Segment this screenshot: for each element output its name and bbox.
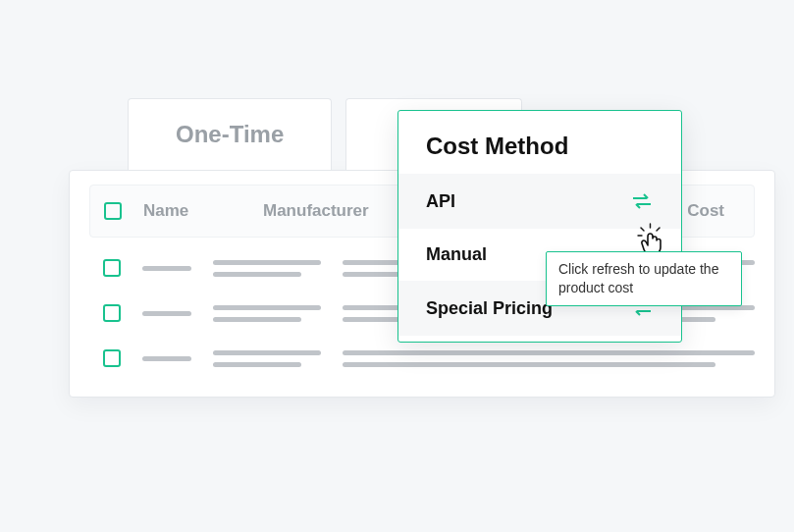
tab-one-time[interactable]: One-Time (128, 98, 332, 170)
select-all-checkbox[interactable] (104, 202, 122, 220)
row-checkbox[interactable] (103, 259, 121, 277)
refresh-tooltip: Click refresh to update the product cost (546, 251, 742, 306)
row-checkbox[interactable] (103, 304, 121, 322)
popover-title: Cost Method (398, 111, 681, 174)
row-checkbox[interactable] (103, 349, 121, 367)
method-label: Special Pricing (426, 298, 553, 319)
method-api[interactable]: API (398, 174, 681, 229)
placeholder (213, 260, 321, 265)
placeholder (142, 311, 191, 316)
placeholder (343, 362, 715, 367)
refresh-icon[interactable] (630, 189, 654, 213)
column-cost: Cost (687, 201, 740, 221)
placeholder (213, 350, 321, 355)
placeholder (142, 266, 191, 271)
placeholder (213, 362, 301, 367)
method-label: API (426, 191, 455, 212)
placeholder (142, 356, 191, 361)
placeholder (343, 350, 755, 355)
cost-method-popover: Cost Method API Manual Special Pricing (397, 110, 682, 343)
column-name: Name (143, 201, 241, 221)
placeholder (213, 305, 321, 310)
placeholder (213, 272, 301, 277)
table-row[interactable] (103, 349, 755, 367)
placeholder (213, 317, 301, 322)
column-manufacturer: Manufacturer (263, 201, 410, 221)
method-label: Manual (426, 244, 487, 265)
